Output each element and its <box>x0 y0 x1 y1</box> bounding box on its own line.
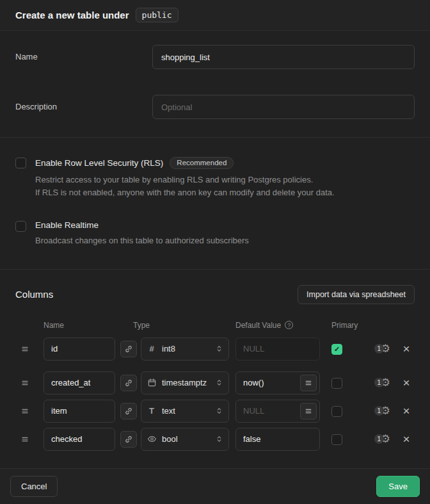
drag-handle-icon[interactable] <box>20 435 29 444</box>
settings-count-badge: 1 <box>374 406 384 416</box>
column-type-icon <box>147 434 157 444</box>
foreign-key-link-button[interactable] <box>120 431 137 448</box>
modal-footer: Cancel Save <box>0 468 430 504</box>
page-title: Create a new table under <box>15 10 129 20</box>
settings-count-badge: 1 <box>374 434 384 444</box>
table-name-input[interactable] <box>152 45 415 69</box>
table-description-input[interactable] <box>152 95 415 119</box>
link-icon <box>124 435 133 444</box>
column-row: bool 1 ⚙ × <box>15 428 415 451</box>
chevron-updown-icon <box>215 378 223 387</box>
primary-checkbox[interactable] <box>331 378 342 389</box>
column-row: # int8 ✓ 1 ⚙ × <box>15 337 415 361</box>
rls-toggle-body: Enable Row Level Security (RLS) Recommen… <box>35 157 335 199</box>
schema-badge: public <box>136 8 179 22</box>
link-icon <box>124 378 133 387</box>
realtime-checkbox[interactable] <box>15 221 26 232</box>
list-icon <box>305 379 312 387</box>
name-label: Name <box>15 45 152 69</box>
link-icon <box>124 345 133 354</box>
column-rows: # int8 ✓ 1 ⚙ × timestamptz <box>15 337 415 451</box>
import-spreadsheet-button[interactable]: Import data via spreadsheet <box>298 285 415 304</box>
primary-checkbox[interactable]: ✓ <box>331 344 342 355</box>
rls-toggle-row: Enable Row Level Security (RLS) Recommen… <box>15 157 415 199</box>
settings-count-badge: 1 <box>374 344 384 354</box>
drag-handle-icon[interactable] <box>20 345 29 354</box>
drag-handle-icon[interactable] <box>20 378 29 387</box>
primary-checkbox[interactable] <box>331 434 342 445</box>
column-type-select[interactable]: timestamptz <box>141 371 229 394</box>
column-default-wrap <box>235 371 320 394</box>
rls-label: Enable Row Level Security (RLS) <box>35 158 163 168</box>
column-type-icon: # <box>147 344 157 354</box>
column-default-input[interactable] <box>235 428 320 451</box>
column-default-wrap <box>235 428 320 451</box>
column-name-input[interactable] <box>44 428 115 451</box>
column-settings-button[interactable]: 1 ⚙ <box>374 343 390 354</box>
recommended-badge: Recommended <box>170 157 234 169</box>
chevron-updown-icon <box>215 345 223 353</box>
column-default-wrap <box>235 337 320 361</box>
column-row: timestamptz 1 ⚙ × <box>15 371 415 394</box>
column-type-label: int8 <box>162 344 210 354</box>
column-type-select[interactable]: bool <box>141 428 229 451</box>
header-type: Type <box>133 321 235 330</box>
column-name-input[interactable] <box>44 337 115 361</box>
chevron-updown-icon <box>215 435 223 443</box>
foreign-key-link-button[interactable] <box>120 341 137 357</box>
column-name-input[interactable] <box>44 371 115 394</box>
columns-section: Columns Import data via spreadsheet Name… <box>0 270 430 469</box>
foreign-key-link-button[interactable] <box>120 403 137 419</box>
modal-header: Create a new table under public <box>0 0 430 31</box>
table-info-section: Name Description <box>0 31 430 138</box>
columns-grid-headers: Name Type Default Value ? Primary <box>15 321 415 330</box>
list-icon <box>305 407 312 415</box>
default-picker-button[interactable] <box>300 403 317 419</box>
column-type-icon: T <box>147 406 157 416</box>
column-row: T text 1 ⚙ × <box>15 400 415 423</box>
column-type-select[interactable]: T text <box>141 400 229 423</box>
column-type-icon <box>147 378 157 387</box>
header-primary: Primary <box>331 321 358 330</box>
column-type-select[interactable]: # int8 <box>141 337 229 361</box>
columns-title: Columns <box>15 289 53 300</box>
description-label: Description <box>15 95 152 119</box>
header-default-value: Default Value ? <box>235 321 331 330</box>
remove-column-button[interactable]: × <box>399 343 413 355</box>
settings-count-badge: 1 <box>374 378 384 387</box>
remove-column-button[interactable]: × <box>399 433 413 445</box>
chevron-updown-icon <box>215 407 223 415</box>
column-settings-button[interactable]: 1 ⚙ <box>374 434 390 444</box>
column-settings-button[interactable]: 1 ⚙ <box>374 405 390 416</box>
column-type-label: text <box>162 406 210 416</box>
column-default-input[interactable] <box>235 337 320 361</box>
link-icon <box>124 407 133 416</box>
column-type-label: bool <box>162 434 210 444</box>
default-picker-button[interactable] <box>300 375 317 391</box>
cancel-button[interactable]: Cancel <box>10 476 58 497</box>
description-field-row: Description <box>15 95 415 119</box>
realtime-toggle-row: Enable Realtime Broadcast changes on thi… <box>15 220 415 247</box>
rls-checkbox[interactable] <box>15 158 26 168</box>
primary-checkbox[interactable] <box>331 406 342 417</box>
remove-column-button[interactable]: × <box>399 377 413 389</box>
column-default-wrap <box>235 400 320 423</box>
toggles-section: Enable Row Level Security (RLS) Recommen… <box>0 138 430 270</box>
realtime-description: Broadcast changes on this table to autho… <box>35 234 249 247</box>
header-name: Name <box>44 321 133 330</box>
realtime-toggle-body: Enable Realtime Broadcast changes on thi… <box>35 220 249 247</box>
column-type-label: timestamptz <box>162 378 210 387</box>
column-settings-button[interactable]: 1 ⚙ <box>374 377 390 388</box>
column-name-input[interactable] <box>44 400 115 423</box>
remove-column-button[interactable]: × <box>399 405 413 417</box>
name-field-row: Name <box>15 45 415 69</box>
foreign-key-link-button[interactable] <box>120 375 137 391</box>
rls-description: Restrict access to your table by enablin… <box>35 174 335 199</box>
help-icon[interactable]: ? <box>285 321 293 329</box>
drag-handle-icon[interactable] <box>20 407 29 416</box>
save-button[interactable]: Save <box>376 476 420 497</box>
realtime-label: Enable Realtime <box>35 220 99 230</box>
